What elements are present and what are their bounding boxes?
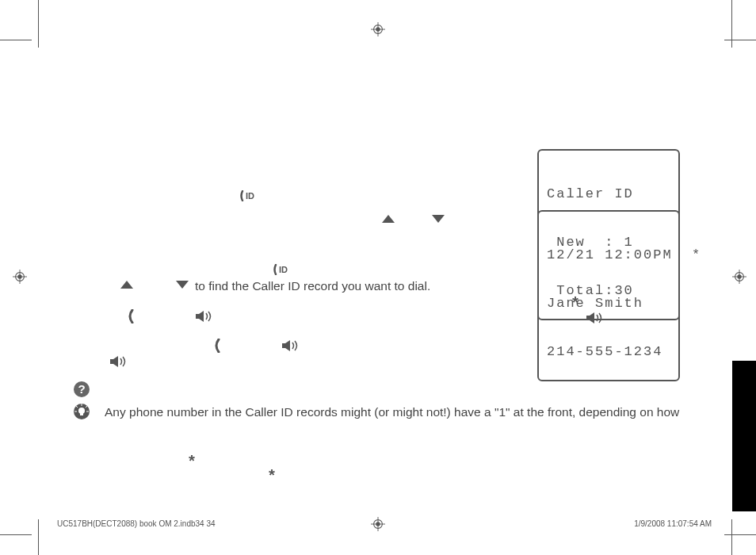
svg-text:?: ?: [78, 382, 85, 396]
speaker-icon: [586, 312, 605, 327]
instruction-text: to find the Caller ID record you want to…: [195, 279, 430, 293]
crop-mark: [731, 0, 732, 48]
svg-rect-24: [586, 316, 590, 320]
crop-mark: [0, 534, 32, 535]
section-tab: [732, 361, 756, 511]
arrow-up-icon: [120, 281, 133, 289]
registration-mark-icon: [732, 270, 746, 284]
cid-icon: ID: [240, 190, 262, 205]
lcd-line: 214-555-1234: [547, 344, 670, 360]
registration-mark-icon: [13, 270, 27, 284]
footer-left: UC517BH(DECT2088) book OM 2.indb34 34: [57, 519, 216, 528]
speaker-icon: [110, 356, 129, 370]
svg-point-29: [78, 408, 85, 414]
registration-mark-icon: [371, 22, 385, 36]
footer-right: 1/9/2008 11:07:54 AM: [634, 519, 712, 528]
lcd-line: 12/21 12:00PM *: [547, 247, 670, 263]
asterisk-icon: *: [267, 468, 277, 486]
crop-mark: [38, 0, 39, 48]
svg-marker-21: [285, 340, 290, 351]
asterisk-icon: *: [187, 454, 197, 472]
lcd-line: Caller ID: [547, 186, 670, 202]
asterisk-icon: *: [571, 295, 580, 313]
lightbulb-icon: [73, 403, 90, 423]
lcd-display-caller-id-record: 12/21 12:00PM * Jane Smith 214-555-1234: [537, 210, 680, 381]
svg-rect-20: [282, 343, 285, 348]
phone-icon: [127, 309, 135, 327]
arrow-down-icon: [432, 215, 445, 223]
svg-text:ID: ID: [246, 191, 254, 201]
tip-text: Any phone number in the Caller ID record…: [105, 405, 691, 419]
svg-rect-18: [196, 314, 199, 319]
crop-mark: [731, 519, 732, 555]
registration-mark-icon: [371, 517, 385, 531]
crop-mark: [0, 40, 32, 40]
cid-icon: ID: [273, 264, 296, 278]
svg-rect-30: [80, 413, 83, 415]
help-icon: ?: [73, 381, 90, 401]
speaker-icon: [196, 311, 215, 325]
crop-mark: [724, 40, 756, 40]
lcd-line: Jane Smith: [547, 296, 670, 312]
crop-mark: [38, 519, 39, 555]
svg-marker-19: [199, 311, 204, 322]
arrow-down-icon: [176, 281, 189, 289]
svg-marker-23: [113, 356, 118, 367]
svg-marker-25: [590, 312, 594, 323]
arrow-up-icon: [382, 215, 395, 223]
phone-icon: [213, 339, 221, 356]
svg-text:ID: ID: [279, 265, 288, 274]
svg-rect-22: [110, 359, 113, 364]
crop-mark: [724, 534, 756, 535]
speaker-icon: [282, 340, 301, 354]
